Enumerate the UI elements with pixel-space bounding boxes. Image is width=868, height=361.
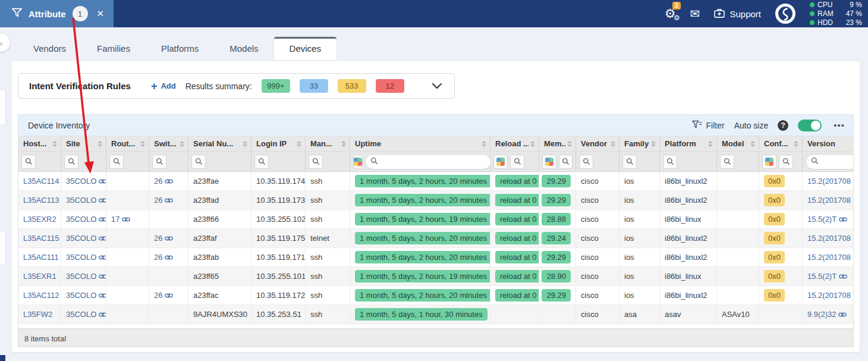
link-icon[interactable]	[839, 216, 847, 222]
summary-badge[interactable]: 999+	[262, 79, 290, 93]
host-filter-search-button[interactable]	[21, 155, 36, 169]
cell-link[interactable]: 15.2(201708	[807, 196, 851, 205]
cell-link[interactable]: 15.2(201708	[807, 234, 851, 243]
cell-link[interactable]: L35AC112	[23, 291, 59, 300]
platform-filter-search-button[interactable]	[663, 155, 677, 169]
site-cell[interactable]: 35COLO	[61, 229, 106, 247]
link-icon[interactable]	[165, 236, 173, 241]
cell-link[interactable]: L35AC113	[23, 196, 59, 205]
cell-link[interactable]: L35EXR2	[23, 215, 56, 224]
link-icon[interactable]	[839, 274, 847, 280]
column-header-switching[interactable]: Swit...	[149, 136, 188, 151]
model-filter-search-button[interactable]	[720, 155, 734, 169]
switching-cell[interactable]: 26	[149, 191, 188, 209]
column-header-routing[interactable]: Rout...	[106, 136, 149, 151]
site-cell[interactable]: 35COLO	[61, 267, 106, 285]
column-header-serial[interactable]: Serial Nu...	[188, 136, 251, 151]
uptime-filter-input[interactable]	[381, 157, 486, 166]
column-header-login-ip[interactable]: Login IP	[251, 136, 306, 151]
link-icon[interactable]	[165, 255, 173, 260]
cell-link[interactable]: 15.5(2)T	[807, 272, 836, 281]
site-cell[interactable]: 35COLO	[61, 248, 106, 266]
cell-link[interactable]: 9.9(2)32	[807, 310, 836, 319]
tab-vendors[interactable]: Vendors	[18, 37, 81, 60]
column-header-site[interactable]: Site	[61, 136, 106, 151]
host-cell[interactable]: L35EXR1	[18, 267, 61, 285]
routing-filter-search-button[interactable]	[109, 155, 124, 169]
sort-icon[interactable]	[243, 141, 247, 147]
version-cell[interactable]: 15.2(201708	[803, 248, 854, 266]
cell-link[interactable]: 15.2(201708	[807, 177, 851, 186]
sort-icon[interactable]	[794, 141, 798, 147]
cell-link[interactable]: 15.2(201708	[807, 253, 851, 262]
cell-link[interactable]: 15.5(2)T	[807, 215, 836, 224]
serial-filter-search-button[interactable]	[191, 155, 206, 169]
column-header-vendor[interactable]: Vendor	[576, 136, 619, 151]
cell-link[interactable]: 26	[154, 253, 162, 262]
cell-link[interactable]: L35AC111	[23, 253, 59, 262]
cell-link[interactable]: 26	[154, 291, 162, 300]
link-icon[interactable]	[99, 274, 106, 280]
sort-icon[interactable]	[651, 141, 656, 147]
vendor-filter-search-button[interactable]	[579, 155, 593, 169]
tab-models[interactable]: Models	[214, 37, 273, 60]
sort-icon[interactable]	[482, 141, 486, 147]
family-filter-search-button[interactable]	[622, 155, 637, 169]
host-cell[interactable]: L35EXR2	[18, 210, 61, 228]
memory-filter-search-button[interactable]	[559, 155, 573, 169]
sort-icon[interactable]	[567, 141, 572, 147]
side-panel-handle[interactable]	[0, 90, 5, 125]
version-filter-input[interactable]	[822, 157, 854, 166]
switching-filter-search-button[interactable]	[152, 155, 166, 169]
sort-icon[interactable]	[52, 141, 57, 147]
site-cell[interactable]: 35COLO	[61, 210, 106, 228]
sort-icon[interactable]	[530, 141, 535, 147]
sort-icon[interactable]	[297, 141, 301, 147]
site-cell[interactable]: 35COLO	[61, 172, 106, 190]
column-header-reload[interactable]: Reload ...	[490, 136, 539, 151]
more-options-icon[interactable]: •••	[831, 120, 845, 130]
sort-icon[interactable]	[750, 141, 755, 147]
column-header-management[interactable]: Man...	[306, 136, 350, 151]
sort-icon[interactable]	[611, 141, 615, 147]
column-header-model[interactable]: Model	[717, 136, 759, 151]
cell-link[interactable]: 35COLO	[66, 253, 96, 262]
management-filter-search-button[interactable]	[309, 155, 323, 169]
column-header-family[interactable]: Family	[619, 136, 660, 151]
sort-icon[interactable]	[341, 141, 346, 147]
switching-cell[interactable]: 26	[149, 172, 188, 190]
cell-link[interactable]: L35FW2	[23, 310, 52, 319]
auto-size-toggle[interactable]	[798, 120, 822, 131]
summary-badge[interactable]: 33	[300, 79, 328, 93]
chevron-down-icon[interactable]	[432, 83, 442, 89]
cell-link[interactable]: 35COLO	[66, 234, 96, 243]
support-button[interactable]: Support	[714, 8, 761, 20]
tab-devices[interactable]: Devices	[274, 37, 336, 60]
cell-link[interactable]: 35COLO	[66, 272, 96, 281]
cell-link[interactable]: 26	[154, 196, 162, 205]
version-cell[interactable]: 15.5(2)T	[803, 210, 854, 228]
routing-cell[interactable]: 17	[106, 210, 149, 228]
switching-cell[interactable]: 26	[149, 229, 188, 247]
link-icon[interactable]	[99, 178, 106, 184]
site-cell[interactable]: 35COLO	[61, 305, 106, 324]
site-cell[interactable]: 35COLO	[61, 191, 106, 209]
cell-link[interactable]: 26	[154, 177, 162, 186]
summary-badge[interactable]: 533	[338, 79, 366, 93]
column-header-host[interactable]: Host...	[18, 136, 61, 151]
site-filter-search-button[interactable]	[64, 155, 78, 169]
link-icon[interactable]	[838, 312, 847, 318]
version-cell[interactable]: 9.9(2)32	[803, 305, 854, 324]
switching-cell[interactable]: 26	[149, 248, 188, 266]
link-icon[interactable]	[99, 255, 106, 260]
cell-link[interactable]: L35AC115	[23, 234, 59, 243]
column-header-version[interactable]: Version	[803, 136, 854, 151]
version-cell[interactable]: 15.5(2)T	[803, 267, 854, 285]
cell-link[interactable]: L35EXR1	[23, 272, 56, 281]
cell-link[interactable]: 35COLO	[66, 177, 96, 186]
link-icon[interactable]	[99, 216, 106, 222]
sort-icon[interactable]	[98, 141, 102, 147]
user-avatar[interactable]	[775, 4, 795, 24]
host-cell[interactable]: L35AC112	[18, 286, 61, 305]
cell-link[interactable]: 35COLO	[66, 310, 96, 319]
